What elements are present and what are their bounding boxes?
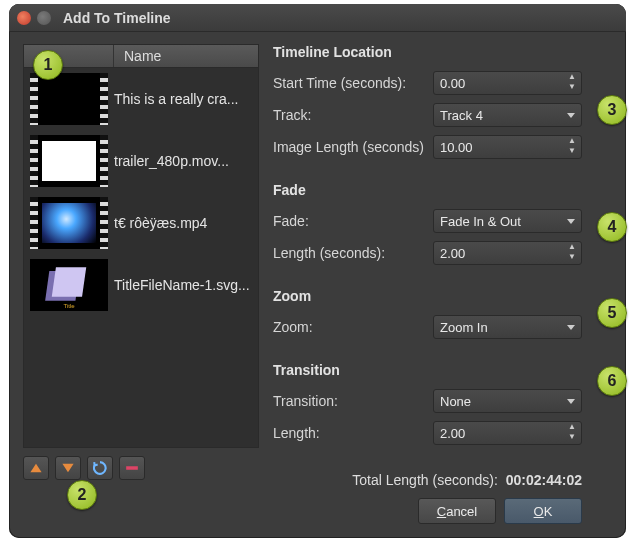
track-value: Track 4 [440,108,563,123]
thumbnail [30,73,108,125]
spin-down-icon[interactable]: ▼ [565,433,579,443]
fade-select[interactable]: Fade In & Out [433,209,582,233]
list-item-label: TitleFileName-1.svg... [114,277,258,293]
list-item[interactable]: Title TitleFileName-1.svg... [24,254,258,316]
section-title-location: Timeline Location [273,44,582,60]
list-item-label: This is a really cra... [114,91,258,107]
chevron-down-icon [567,325,575,330]
transition-label: Transition: [273,393,433,409]
titlebar: Add To Timeline [9,4,626,32]
settings-panel: Timeline Location Start Time (seconds): … [273,44,612,480]
shuffle-button[interactable] [87,456,113,480]
transition-select[interactable]: None [433,389,582,413]
transition-length-label: Length: [273,425,433,441]
zoom-select[interactable]: Zoom In [433,315,582,339]
fade-value: Fade In & Out [440,214,563,229]
image-length-spinner[interactable]: 10.00 ▲▼ [433,135,582,159]
list-item[interactable]: This is a really cra... [24,68,258,130]
callout-badge-1: 1 [33,50,63,80]
image-length-value: 10.00 [440,140,565,155]
file-list[interactable]: This is a really cra... trailer_480p.mov… [23,68,259,448]
start-time-value: 0.00 [440,76,565,91]
chevron-down-icon [567,399,575,404]
list-item-label: t€ rôèÿæs.mp4 [114,215,258,231]
fade-label: Fade: [273,213,433,229]
section-title-transition: Transition [273,362,582,378]
fade-length-spinner[interactable]: 2.00 ▲▼ [433,241,582,265]
list-item[interactable]: t€ rôèÿæs.mp4 [24,192,258,254]
spin-down-icon[interactable]: ▼ [565,253,579,263]
spin-down-icon[interactable]: ▼ [565,83,579,93]
list-toolbar [23,456,259,480]
callout-badge-2: 2 [67,480,97,510]
track-select[interactable]: Track 4 [433,103,582,127]
transition-value: None [440,394,563,409]
ok-button[interactable]: OK [504,498,582,524]
callout-badge-3: 3 [597,95,627,125]
thumbnail [30,197,108,249]
minimize-icon[interactable] [37,11,51,25]
total-length-label: Total Length (seconds): [352,472,498,488]
callout-badge-4: 4 [597,212,627,242]
total-length-row: Total Length (seconds): 00:02:44:02 [352,472,582,488]
close-icon[interactable] [17,11,31,25]
fade-length-value: 2.00 [440,246,565,261]
chevron-down-icon [567,113,575,118]
window-title: Add To Timeline [63,10,171,26]
cancel-button[interactable]: Cancel [418,498,496,524]
spin-down-icon[interactable]: ▼ [565,147,579,157]
list-item-label: trailer_480p.mov... [114,153,258,169]
section-title-zoom: Zoom [273,288,582,304]
chevron-down-icon [567,219,575,224]
name-column-header[interactable]: Name [114,48,258,64]
zoom-value: Zoom In [440,320,563,335]
total-length-value: 00:02:44:02 [506,472,582,488]
thumbnail [30,135,108,187]
fade-length-label: Length (seconds): [273,245,433,261]
track-label: Track: [273,107,433,123]
callout-badge-5: 5 [597,298,627,328]
dialog-window: Add To Timeline Name This is a really cr… [9,4,626,538]
remove-button[interactable] [119,456,145,480]
move-up-button[interactable] [23,456,49,480]
file-list-panel: Name This is a really cra... trailer_480… [23,44,259,480]
transition-length-value: 2.00 [440,426,565,441]
move-down-button[interactable] [55,456,81,480]
zoom-label: Zoom: [273,319,433,335]
svg-rect-0 [126,466,138,470]
callout-badge-6: 6 [597,366,627,396]
dialog-footer: Total Length (seconds): 00:02:44:02 Canc… [352,472,582,524]
transition-length-spinner[interactable]: 2.00 ▲▼ [433,421,582,445]
start-time-label: Start Time (seconds): [273,75,433,91]
image-length-label: Image Length (seconds) [273,139,433,155]
list-item[interactable]: trailer_480p.mov... [24,130,258,192]
section-title-fade: Fade [273,182,582,198]
start-time-spinner[interactable]: 0.00 ▲▼ [433,71,582,95]
thumbnail: Title [30,259,108,311]
